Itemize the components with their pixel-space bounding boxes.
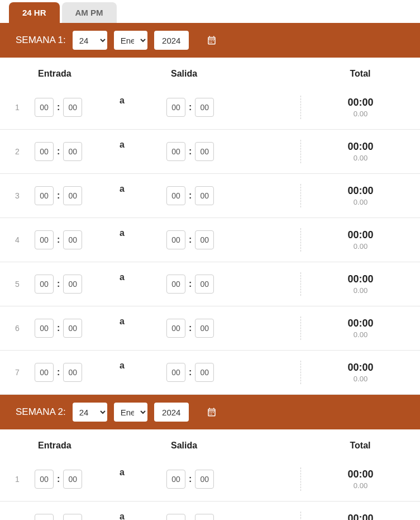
total-cell: 00:000.00 (300, 316, 420, 340)
salida-min[interactable] (195, 186, 214, 205)
header-salida: Salida (166, 69, 300, 79)
salida-min[interactable] (195, 363, 214, 382)
salida-min[interactable] (195, 470, 214, 489)
a-separator: a (120, 228, 166, 238)
row-number: 2 (0, 147, 35, 156)
month-select[interactable]: Enero (114, 403, 147, 422)
total-time: 00:00 (301, 141, 420, 153)
entrada-min[interactable] (63, 275, 82, 294)
entrada-hour[interactable] (35, 363, 54, 382)
entrada-hour[interactable] (35, 319, 54, 338)
entrada-hour[interactable] (35, 514, 54, 520)
a-separator: a (120, 184, 166, 194)
column-headers: EntradaSalidaTotal (0, 429, 420, 457)
time-row: 1:a:00:000.00 (0, 86, 420, 130)
tab-ampm[interactable]: AM PM (62, 2, 117, 23)
salida-hour[interactable] (166, 142, 185, 161)
salida-min[interactable] (195, 514, 214, 520)
entrada-hour[interactable] (35, 470, 54, 489)
total-decimal: 0.00 (301, 481, 420, 490)
entrada-group: : (35, 363, 120, 382)
salida-hour[interactable] (166, 98, 185, 117)
total-decimal: 0.00 (301, 110, 420, 118)
total-cell: 00:000.00 (300, 467, 420, 491)
salida-min[interactable] (195, 98, 214, 117)
entrada-group: : (35, 230, 120, 249)
salida-hour[interactable] (166, 319, 185, 338)
total-decimal: 0.00 (301, 242, 420, 250)
entrada-hour[interactable] (35, 98, 54, 117)
total-cell: 00:000.00 (300, 228, 420, 252)
entrada-min[interactable] (63, 470, 82, 489)
total-time: 00:00 (301, 513, 420, 520)
day-select[interactable]: 24 (73, 31, 107, 50)
salida-min[interactable] (195, 142, 214, 161)
header-total: Total (300, 69, 420, 79)
total-time: 00:00 (301, 362, 420, 374)
time-row: 6:a:00:000.00 (0, 306, 420, 351)
time-row: 2:a:00:000.00 (0, 502, 420, 520)
entrada-hour[interactable] (35, 142, 54, 161)
total-decimal: 0.00 (301, 375, 420, 383)
salida-min[interactable] (195, 230, 214, 249)
entrada-min[interactable] (63, 186, 82, 205)
entrada-group: : (35, 470, 120, 489)
time-row: 2:a:00:000.00 (0, 130, 420, 174)
entrada-group: : (35, 142, 120, 161)
salida-group: : (166, 230, 300, 249)
salida-min[interactable] (195, 319, 214, 338)
total-cell: 00:000.00 (300, 272, 420, 296)
salida-min[interactable] (195, 275, 214, 294)
entrada-min[interactable] (63, 319, 82, 338)
entrada-min[interactable] (63, 142, 82, 161)
total-time: 00:00 (301, 318, 420, 329)
salida-group: : (166, 470, 300, 489)
a-separator: a (120, 316, 166, 327)
entrada-min[interactable] (63, 98, 82, 117)
entrada-hour[interactable] (35, 275, 54, 294)
entrada-min[interactable] (63, 514, 82, 520)
tab-24hr[interactable]: 24 HR (9, 2, 60, 23)
salida-hour[interactable] (166, 230, 185, 249)
total-cell: 00:000.00 (300, 361, 420, 384)
row-number: 5 (0, 280, 35, 289)
total-decimal: 0.00 (301, 198, 420, 206)
a-separator: a (120, 467, 166, 478)
entrada-group: : (35, 514, 120, 520)
week-bar: SEMANA 2:24Enero (0, 395, 420, 429)
row-number: 6 (0, 324, 35, 333)
month-select[interactable]: Enero (114, 31, 147, 50)
salida-group: : (166, 186, 300, 205)
entrada-min[interactable] (63, 363, 82, 382)
salida-hour[interactable] (166, 275, 185, 294)
total-decimal: 0.00 (301, 154, 420, 162)
salida-hour[interactable] (166, 514, 185, 520)
calendar-icon[interactable] (207, 35, 217, 45)
total-cell: 00:000.00 (300, 184, 420, 207)
salida-hour[interactable] (166, 470, 185, 489)
salida-group: : (166, 98, 300, 117)
entrada-min[interactable] (63, 230, 82, 249)
year-input[interactable] (154, 403, 189, 422)
day-select[interactable]: 24 (73, 403, 107, 422)
salida-hour[interactable] (166, 186, 185, 205)
time-row: 4:a:00:000.00 (0, 218, 420, 262)
calendar-icon[interactable] (207, 407, 217, 417)
entrada-hour[interactable] (35, 230, 54, 249)
tabs: 24 HR AM PM (0, 0, 420, 23)
salida-hour[interactable] (166, 363, 185, 382)
total-time: 00:00 (301, 97, 420, 108)
total-decimal: 0.00 (301, 330, 420, 339)
header-entrada: Entrada (35, 441, 120, 451)
row-number: 1 (0, 103, 35, 112)
year-input[interactable] (154, 31, 189, 50)
row-number: 4 (0, 235, 35, 244)
entrada-hour[interactable] (35, 186, 54, 205)
row-number: 1 (0, 475, 35, 484)
week-label: SEMANA 2: (16, 406, 66, 418)
total-time: 00:00 (301, 469, 420, 480)
time-row: 7:a:00:000.00 (0, 351, 420, 395)
salida-group: : (166, 275, 300, 294)
time-row: 1:a:00:000.00 (0, 457, 420, 502)
total-time: 00:00 (301, 273, 420, 285)
